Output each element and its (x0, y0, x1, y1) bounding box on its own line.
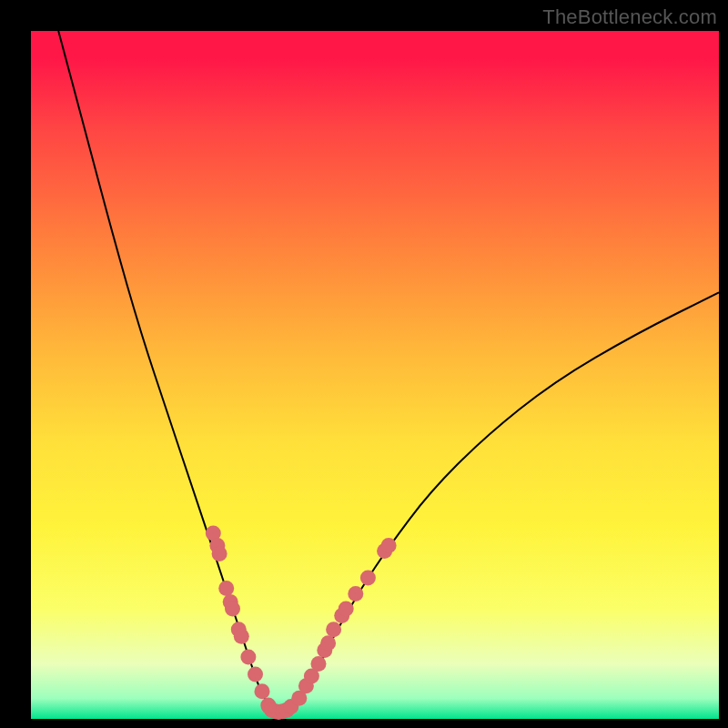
data-point (248, 666, 263, 682)
data-point (360, 571, 376, 586)
watermark-text: TheBottleneck.com (542, 5, 717, 29)
data-point (218, 581, 234, 596)
data-point (255, 683, 270, 699)
data-point (212, 546, 228, 561)
data-point (348, 586, 363, 602)
bottleneck-curve (58, 31, 719, 712)
data-point (311, 656, 327, 672)
plot-area (31, 31, 719, 719)
data-point (320, 635, 336, 651)
data-point (339, 602, 354, 617)
data-point (326, 622, 341, 637)
chart-svg (31, 31, 719, 719)
data-point (225, 602, 240, 617)
data-point (381, 538, 397, 553)
scatter-dots (206, 525, 397, 720)
data-point (240, 650, 256, 665)
data-point (234, 629, 249, 644)
outer-frame: TheBottleneck.com (0, 0, 728, 728)
